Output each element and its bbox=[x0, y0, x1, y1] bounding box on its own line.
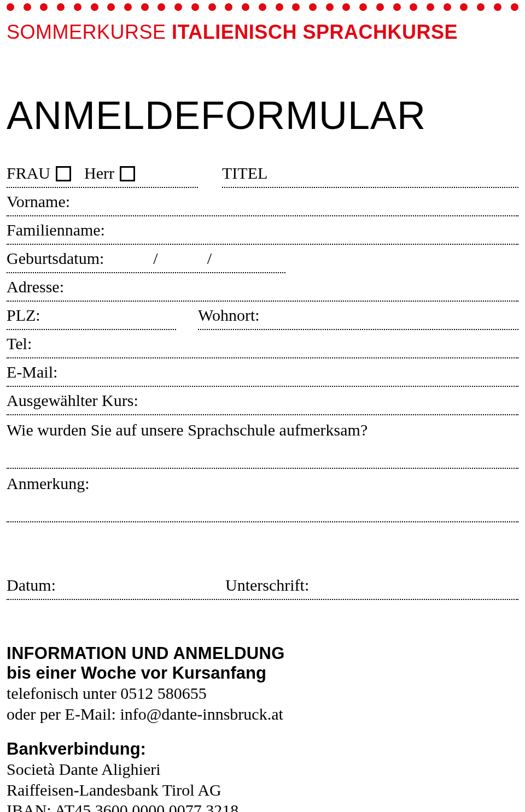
header-part-bold: ITALIENISCH SPRACHKURSE bbox=[172, 21, 458, 43]
wohnort-field[interactable]: Wohnort: bbox=[198, 302, 518, 330]
salutation-row: FRAU Herr bbox=[7, 160, 198, 188]
dot-icon bbox=[393, 3, 401, 11]
dot-icon bbox=[259, 3, 266, 11]
plz-input[interactable] bbox=[40, 306, 176, 325]
dob-slash-2: / bbox=[202, 249, 217, 268]
dot-icon bbox=[444, 3, 451, 11]
tel-label: Tel: bbox=[7, 334, 32, 353]
dot-icon bbox=[342, 3, 350, 11]
dot-icon bbox=[40, 3, 48, 11]
kurs-input[interactable] bbox=[138, 392, 518, 410]
dob-slash-1: / bbox=[148, 249, 163, 268]
salutation-title-row: FRAU Herr TITEL bbox=[7, 160, 518, 188]
bank-bankname: Raiffeisen-Landesbank Tirol AG bbox=[7, 780, 518, 801]
header-part-light: SOMMERKURSE bbox=[7, 21, 166, 43]
dob-year-input[interactable] bbox=[217, 250, 285, 268]
aufmerksam-label: Wie wurden Sie auf unsere Sprachschule a… bbox=[7, 415, 518, 444]
info-heading: INFORMATION UND ANMELDUNG bbox=[7, 644, 518, 663]
unterschrift-label: Unterschrift: bbox=[225, 576, 309, 595]
bank-iban: IBAN: AT45 3600 0000 0077 3218 bbox=[7, 800, 518, 812]
familienname-row[interactable]: Familienname: bbox=[7, 216, 518, 245]
geburtsdatum-label: Geburtsdatum: bbox=[7, 249, 104, 268]
unterschrift-field[interactable]: Unterschrift: bbox=[225, 576, 518, 595]
kurs-row[interactable]: Ausgewählter Kurs: bbox=[7, 387, 518, 415]
dot-icon bbox=[511, 3, 518, 11]
dot-icon bbox=[91, 3, 98, 11]
dot-icon bbox=[309, 3, 317, 11]
bank-heading: Bankverbindung: bbox=[7, 739, 518, 759]
datum-unterschrift-row: Datum: Unterschrift: bbox=[7, 572, 518, 600]
dot-icon bbox=[494, 3, 501, 11]
dot-icon bbox=[57, 3, 65, 11]
datum-field[interactable]: Datum: bbox=[7, 576, 225, 595]
titel-input[interactable] bbox=[267, 165, 518, 183]
plz-wohnort-row: PLZ: Wohnort: bbox=[7, 302, 518, 330]
dot-icon bbox=[242, 3, 249, 11]
dot-icon bbox=[359, 3, 367, 11]
herr-label: Herr bbox=[84, 164, 114, 183]
familienname-label: Familienname: bbox=[7, 221, 105, 239]
dob-day-input[interactable] bbox=[104, 250, 148, 268]
dot-icon bbox=[158, 3, 165, 11]
herr-checkbox[interactable] bbox=[120, 166, 135, 181]
dot-icon bbox=[7, 3, 14, 11]
kurs-label: Ausgewählter Kurs: bbox=[7, 391, 138, 410]
wohnort-input[interactable] bbox=[260, 306, 518, 325]
dot-icon bbox=[225, 3, 232, 11]
dot-icon bbox=[477, 3, 485, 11]
vorname-label: Vorname: bbox=[7, 192, 70, 211]
plz-field[interactable]: PLZ: bbox=[7, 302, 176, 330]
dot-icon bbox=[24, 3, 31, 11]
tel-input[interactable] bbox=[32, 336, 518, 353]
dot-icon bbox=[124, 3, 132, 11]
bank-name: Società Dante Alighieri bbox=[7, 759, 518, 780]
datum-input[interactable] bbox=[56, 576, 225, 595]
frau-checkbox[interactable] bbox=[56, 166, 71, 181]
tel-row[interactable]: Tel: bbox=[7, 330, 518, 358]
page: SOMMERKURSE ITALIENISCH SPRACHKURSE ANME… bbox=[0, 0, 525, 812]
email-input[interactable] bbox=[57, 364, 518, 381]
email-label: E-Mail: bbox=[7, 363, 57, 381]
dot-icon bbox=[107, 3, 115, 11]
form-title: ANMELDEFORMULAR bbox=[7, 93, 518, 138]
info-deadline: bis einer Woche vor Kursanfang bbox=[7, 663, 518, 683]
adresse-row[interactable]: Adresse: bbox=[7, 273, 518, 302]
geburtsdatum-row[interactable]: Geburtsdatum: / / bbox=[7, 245, 285, 273]
dot-icon bbox=[208, 3, 216, 11]
email-row[interactable]: E-Mail: bbox=[7, 358, 518, 387]
adresse-label: Adresse: bbox=[7, 278, 64, 296]
dob-month-input[interactable] bbox=[164, 250, 202, 268]
plz-label: PLZ: bbox=[7, 306, 40, 325]
vorname-row[interactable]: Vorname: bbox=[7, 188, 518, 216]
dot-icon bbox=[292, 3, 300, 11]
info-block: INFORMATION UND ANMELDUNG bis einer Woch… bbox=[7, 644, 518, 812]
decorative-dots-row bbox=[7, 0, 518, 19]
dot-icon bbox=[141, 3, 149, 11]
dot-icon bbox=[376, 3, 384, 11]
info-phone: telefonisch unter 0512 580655 bbox=[7, 683, 518, 704]
dot-icon bbox=[174, 3, 182, 11]
info-email: oder per E-Mail: info@dante-innsbruck.at bbox=[7, 704, 518, 725]
adresse-input[interactable] bbox=[64, 279, 518, 296]
dot-icon bbox=[326, 3, 334, 11]
anmerkung-input[interactable] bbox=[7, 497, 518, 522]
dot-icon bbox=[276, 3, 283, 11]
header-title: SOMMERKURSE ITALIENISCH SPRACHKURSE bbox=[7, 21, 518, 44]
anmerkung-label: Anmerkung: bbox=[7, 469, 518, 497]
dot-icon bbox=[460, 3, 468, 11]
titel-label: TITEL bbox=[222, 164, 267, 183]
aufmerksam-input[interactable] bbox=[7, 444, 518, 469]
unterschrift-input[interactable] bbox=[309, 576, 518, 595]
dot-icon bbox=[410, 3, 417, 11]
datum-label: Datum: bbox=[7, 576, 56, 595]
dot-icon bbox=[191, 3, 199, 11]
vorname-input[interactable] bbox=[70, 193, 518, 211]
familienname-input[interactable] bbox=[105, 222, 518, 239]
dot-icon bbox=[74, 3, 81, 11]
titel-row[interactable]: TITEL bbox=[222, 160, 518, 188]
frau-label: FRAU bbox=[7, 164, 50, 183]
dot-icon bbox=[427, 3, 434, 11]
wohnort-label: Wohnort: bbox=[198, 306, 260, 325]
